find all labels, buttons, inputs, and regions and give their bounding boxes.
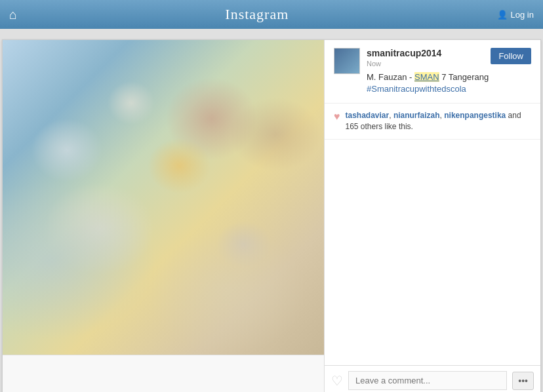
comment-input[interactable] [348,371,507,390]
likes-text: tashadaviar, nianurfaizah, nikenpangesti… [346,110,532,132]
user-icon: 👤 [497,10,508,20]
comment-heart-icon[interactable]: ♡ [331,373,343,389]
comment-input-bar: ♡ ••• [325,365,540,392]
app-logo: Instagram [225,6,289,23]
photo-bottom-bar [3,355,324,392]
username[interactable]: smanitracup2014 [367,48,441,58]
home-icon[interactable]: ⌂ [9,7,17,22]
login-button[interactable]: 👤 Log in [497,10,534,20]
user-info-section: smanitracup2014 Now Follow M. Fauzan - S… [325,40,540,104]
caption-hashtag[interactable]: #Smanitracupwithtedscola [367,84,466,94]
liker-name-3[interactable]: nikenpangestika [444,111,506,120]
liker-name-1[interactable]: tashadaviar [346,111,390,120]
liker-name-2[interactable]: nianurfaizah [393,111,440,120]
comments-scroll-area[interactable] [325,140,540,365]
post-timestamp: Now [367,60,441,68]
more-options-button[interactable]: ••• [512,372,534,390]
likes-section: ♥ tashadaviar, nianurfaizah, nikenpanges… [325,104,540,140]
avatar [334,48,360,74]
follow-button[interactable]: Follow [491,48,531,64]
likes-heart-icon: ♥ [334,111,340,123]
post-caption: M. Fauzan - SMAN 7 Tangerang #Smanitracu… [367,71,531,95]
post-photo [3,40,324,355]
caption-sman-link[interactable]: SMAN [414,72,439,82]
